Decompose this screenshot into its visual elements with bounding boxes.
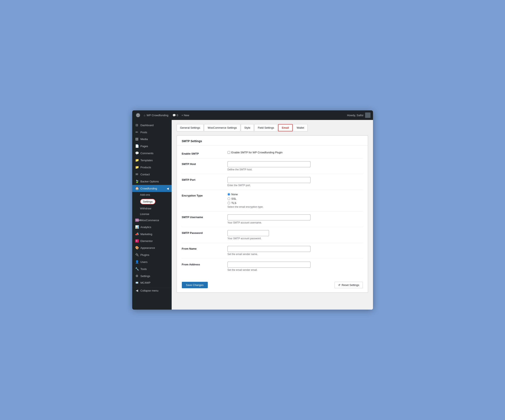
- collapse-icon: ◀: [135, 289, 139, 292]
- templates-icon: 📁: [135, 158, 139, 162]
- radio-tls[interactable]: [227, 202, 230, 204]
- sidebar-item-comments[interactable]: 💬 Comments: [132, 150, 172, 157]
- sidebar-item-settings[interactable]: ⚙ Settings: [132, 272, 172, 280]
- enable-smtp-checkbox[interactable]: [227, 151, 230, 154]
- field-smtp-port-content: Enter the SMTP port.: [227, 177, 363, 187]
- sidebar-item-marketing[interactable]: 📣 Marketing: [132, 231, 172, 238]
- sidebar-item-templates[interactable]: 📁 Templates: [132, 157, 172, 164]
- from-address-input[interactable]: [227, 262, 310, 268]
- tab-wallet[interactable]: Wallet: [293, 124, 308, 131]
- label-smtp-host: SMTP Host: [182, 161, 227, 166]
- sidebar-item-pages[interactable]: 📄 Pages: [132, 143, 172, 150]
- sidebar-item-woocommerce[interactable]: Woo WooCommerce: [132, 217, 172, 224]
- chevron-icon: ◀: [167, 187, 169, 190]
- sidebar-item-label: MC4WP: [140, 281, 151, 284]
- save-changes-button[interactable]: Save Changes: [182, 282, 208, 288]
- sidebar-item-label: Crowdfunding: [140, 187, 157, 190]
- smtp-host-input[interactable]: [227, 161, 310, 167]
- label-smtp-port: SMTP Port: [182, 177, 227, 181]
- smtp-username-input[interactable]: [227, 214, 310, 220]
- comments-link[interactable]: 💬 0: [172, 114, 178, 117]
- sidebar-item-tools[interactable]: 🔧 Tools: [132, 265, 172, 272]
- sidebar-item-products[interactable]: 📁 Products: [132, 164, 172, 171]
- wp-logo-icon[interactable]: [135, 112, 141, 119]
- label-from-name: From Name: [182, 246, 227, 250]
- radio-ssl-text: SSL: [231, 197, 237, 200]
- submenu-withdraw[interactable]: Withdraw: [132, 206, 172, 211]
- field-from-name: From Name Set the email sender name.: [182, 243, 363, 259]
- sidebar-item-users[interactable]: 👤 Users: [132, 258, 172, 265]
- tab-email[interactable]: Email: [278, 124, 293, 131]
- label-from-address: From Address: [182, 262, 227, 266]
- tab-woocommerce[interactable]: WooCommerce Settings: [204, 124, 240, 131]
- mc4wp-icon: 📧: [135, 281, 139, 284]
- new-link[interactable]: + New: [181, 114, 189, 117]
- sidebar-item-posts[interactable]: ✏ Posts: [132, 129, 172, 136]
- products-icon: 📁: [135, 165, 139, 169]
- submenu-addons[interactable]: Add-ons: [132, 192, 172, 198]
- radio-ssl[interactable]: [227, 197, 230, 200]
- sidebar-item-label: Posts: [140, 131, 147, 134]
- section-title: SMTP Settings: [177, 136, 368, 145]
- howdy-section[interactable]: Howdy, Saiful: [347, 113, 371, 118]
- submenu-license[interactable]: License: [132, 211, 172, 217]
- marketing-icon: 📣: [135, 232, 139, 236]
- radio-tls-label[interactable]: TLS: [227, 201, 363, 205]
- label-smtp-username: SMTP Username: [182, 214, 227, 219]
- plugins-icon: 🔌: [135, 253, 139, 257]
- smtp-host-desc: Define the SMTP host.: [227, 168, 363, 171]
- sidebar-item-label: Comments: [140, 152, 154, 155]
- label-smtp-password: SMTP Password: [182, 230, 227, 234]
- smtp-password-input[interactable]: [227, 230, 269, 236]
- enable-smtp-label-text: Enable SMTP for WP Crowdfunding Plugin: [231, 151, 283, 154]
- enable-smtp-checkbox-label[interactable]: Enable SMTP for WP Crowdfunding Plugin: [227, 151, 363, 154]
- field-smtp-password-content: Your SMTP account password.: [227, 230, 363, 240]
- sidebar-item-mc4wp[interactable]: 📧 MC4WP: [132, 280, 172, 286]
- sidebar-item-plugins[interactable]: 🔌 Plugins: [132, 251, 172, 258]
- smtp-port-desc: Enter the SMTP port.: [227, 184, 363, 187]
- tools-icon: 🔧: [135, 267, 139, 271]
- pages-icon: 📄: [135, 144, 139, 148]
- tab-field-settings[interactable]: Field Settings: [254, 124, 278, 131]
- avatar: [365, 113, 371, 118]
- smtp-password-desc: Your SMTP account password.: [227, 237, 363, 240]
- label-enable-smtp: Enable SMTP: [182, 151, 227, 155]
- form-footer: Save Changes ↺ Reset Settings: [177, 278, 368, 288]
- field-smtp-username-content: Your SMTP account username.: [227, 214, 363, 224]
- crowdfunding-submenu: Add-ons Settings Withdraw License: [132, 192, 172, 217]
- admin-bar: ⌂ WP Crowdfunding 💬 0 + New Howdy, Saifu…: [132, 110, 373, 120]
- radio-none[interactable]: [227, 193, 230, 196]
- form-table: Enable SMTP Enable SMTP for WP Crowdfund…: [177, 145, 368, 277]
- sidebar-item-contact[interactable]: ✉ Contact: [132, 171, 172, 178]
- sidebar-item-appearance[interactable]: 🎨 Appearance: [132, 244, 172, 251]
- sidebar-item-collapse[interactable]: ◀ Collapse menu: [132, 288, 172, 294]
- label-encryption-type: Encryption Type: [182, 193, 227, 197]
- field-encryption-type-content: None SSL TLS: [227, 193, 363, 208]
- from-name-input[interactable]: [227, 246, 310, 252]
- sidebar-item-backer-options[interactable]: 🍃 Backer Options: [132, 178, 172, 185]
- radio-tls-text: TLS: [231, 201, 236, 205]
- sidebar-item-label: Tools: [140, 268, 147, 271]
- reset-settings-button[interactable]: ↺ Reset Settings: [335, 282, 363, 288]
- sidebar-item-crowdfunding[interactable]: 🏠 Crowdfunding ◀: [132, 185, 172, 192]
- submenu-settings[interactable]: Settings: [132, 198, 172, 206]
- tabs-row: General Settings WooCommerce Settings St…: [177, 124, 368, 131]
- from-address-desc: Set the email sender email.: [227, 269, 363, 271]
- tab-general[interactable]: General Settings: [177, 124, 204, 131]
- settings-highlight-label: Settings: [140, 199, 156, 204]
- sidebar-item-label: Pages: [140, 145, 148, 148]
- sidebar-item-label: Products: [140, 166, 151, 169]
- radio-ssl-label[interactable]: SSL: [227, 197, 363, 200]
- sidebar-item-elementor[interactable]: E Elementor: [132, 238, 172, 244]
- sidebar-item-label: Analytics: [140, 226, 151, 229]
- sidebar-item-analytics[interactable]: 📊 Analytics: [132, 224, 172, 231]
- site-link[interactable]: ⌂ WP Crowdfunding: [144, 114, 168, 117]
- contact-icon: ✉: [135, 172, 139, 176]
- field-encryption-type: Encryption Type None SSL: [182, 190, 363, 212]
- sidebar-item-dashboard[interactable]: ⊟ Dashboard: [132, 122, 172, 129]
- field-smtp-host-content: Define the SMTP host.: [227, 161, 363, 171]
- sidebar-item-media[interactable]: 🖼 Media: [132, 136, 172, 143]
- radio-none-label[interactable]: None: [227, 193, 363, 196]
- smtp-port-input[interactable]: [227, 177, 310, 183]
- tab-style[interactable]: Style: [241, 124, 254, 131]
